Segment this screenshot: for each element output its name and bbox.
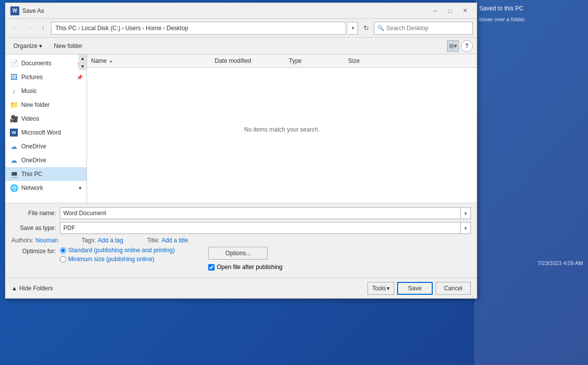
col-date-label: Date modified (215, 57, 251, 64)
sidebar-item-documents[interactable]: 📄 Documents 📌 (5, 56, 87, 70)
title-label: Title: (147, 237, 160, 244)
sidebar-item-pictures[interactable]: 🖼 Pictures 📌 (5, 70, 87, 84)
microsoft-word-icon: W (9, 128, 18, 137)
savetype-dropdown-button[interactable]: ▾ (461, 222, 471, 234)
path-users[interactable]: Users (125, 25, 140, 32)
sidebar-scroll-down-btn[interactable]: ▼ (79, 62, 87, 70)
close-button[interactable]: ✕ (458, 6, 472, 16)
toolbar-right: ⊞▾ ? (447, 40, 473, 52)
forward-button[interactable]: → (23, 22, 35, 34)
options-right-section: Options... Open file after publishing (208, 247, 282, 271)
videos-icon: 🎥 (9, 114, 18, 123)
tools-button[interactable]: Tools ▾ (367, 282, 394, 295)
sidebar-item-label-onedrive-1: OneDrive (21, 143, 46, 150)
refresh-button[interactable]: ↻ (360, 22, 372, 34)
authors-label: Authors: (11, 237, 34, 244)
sidebar-item-music[interactable]: ♪ Music (5, 84, 87, 98)
options-button-label: Options... (226, 250, 251, 257)
tags-group: Tags: Add a tag (82, 237, 123, 244)
column-header-date[interactable]: Date modified (211, 56, 285, 65)
sidebar-item-videos[interactable]: 🎥 Videos (5, 112, 87, 126)
save-as-dialog: W Save As ─ □ ✕ ← → ↑ This PC › Local Di… (5, 2, 477, 299)
documents-icon: 📄 (9, 59, 18, 68)
tags-label: Tags: (82, 237, 96, 244)
title-bar-left: W Save As (10, 6, 44, 15)
title-meta-group: Title: Add a title (147, 237, 188, 244)
open-file-label[interactable]: Open file after publishing (217, 264, 282, 271)
hide-folders-button[interactable]: ▲ Hide Folders (11, 285, 53, 292)
path-home[interactable]: Home (146, 25, 162, 32)
resize-handle[interactable]: ⌟ (471, 292, 477, 298)
minimize-button[interactable]: ─ (428, 6, 442, 16)
title-value[interactable]: Add a title (162, 237, 188, 244)
radio-group: Standard (publishing online and printing… (60, 247, 175, 263)
sidebar-item-microsoft-word[interactable]: W Microsoft Word (5, 126, 87, 139)
radio-minimum-label[interactable]: Minimum size (publishing online) (68, 256, 154, 263)
filename-row: File name: ▾ (11, 207, 471, 219)
col-type-label: Type (289, 57, 302, 64)
address-path[interactable]: This PC › Local Disk (C:) › Users › Home… (51, 22, 346, 35)
column-header-name[interactable]: Name ▲ (87, 56, 211, 65)
empty-message-text: No items match your search. (244, 126, 320, 133)
organize-button[interactable]: Organize ▾ (9, 41, 46, 51)
network-icon: 🌐 (9, 183, 18, 192)
sidebar-item-label-word: Microsoft Word (21, 129, 61, 136)
main-content-area: ▲ ▼ 📄 Documents 📌 🖼 Pictures 📌 ♪ Music (5, 54, 477, 203)
authors-group: Authors: Nouman (11, 237, 58, 244)
sidebar-item-label-this-pc: This PC (21, 171, 43, 178)
hide-folders-label: Hide Folders (19, 285, 53, 292)
pin-icon-pictures: 📌 (77, 75, 83, 80)
path-local-disk[interactable]: Local Disk (C:) (82, 25, 121, 32)
file-list-area: Name ▲ Date modified Type Size No items … (87, 54, 477, 203)
sidebar-item-this-pc[interactable]: 💻 This PC (5, 167, 87, 181)
authors-value[interactable]: Nouman (36, 237, 58, 244)
this-pc-icon: 💻 (9, 170, 18, 179)
tools-label: Tools (372, 285, 386, 292)
search-input[interactable] (386, 25, 465, 32)
cancel-button-label: Cancel (444, 285, 462, 292)
open-file-checkbox[interactable] (208, 264, 215, 271)
sidebar-scroll-up-btn[interactable]: ▲ (79, 54, 87, 62)
organize-label: Organize (13, 43, 38, 49)
info-panel: Saved to this PC hover over a folder. 7/… (474, 0, 588, 365)
radio-minimum-input[interactable] (60, 256, 66, 263)
column-header-size[interactable]: Size (344, 56, 394, 65)
address-dropdown-button[interactable]: ▾ (348, 22, 358, 35)
savetype-input[interactable] (60, 222, 461, 234)
sidebar-item-label-network: Network (21, 184, 43, 191)
metadata-row: Authors: Nouman Tags: Add a tag Title: A… (11, 237, 471, 244)
column-header-type[interactable]: Type (285, 56, 344, 65)
new-folder-button[interactable]: New folder (50, 41, 86, 51)
radio-standard-input[interactable] (60, 247, 66, 254)
sidebar-item-onedrive-1[interactable]: ☁ OneDrive (5, 139, 87, 153)
tags-value[interactable]: Add a tag (98, 237, 123, 244)
radio-standard-label[interactable]: Standard (publishing online and printing… (68, 247, 175, 254)
options-section: Optimize for: Standard (publishing onlin… (11, 247, 471, 271)
hide-folders-arrow-icon: ▲ (11, 285, 17, 292)
path-desktop[interactable]: Desktop (167, 25, 188, 32)
tools-dropdown-icon: ▾ (387, 285, 390, 292)
path-this-pc[interactable]: This PC (55, 25, 77, 32)
filename-input[interactable] (60, 207, 461, 219)
network-expand-icon: ▼ (78, 185, 83, 191)
cancel-button[interactable]: Cancel (436, 282, 471, 295)
maximize-button[interactable]: □ (443, 6, 457, 16)
search-box: 🔍 (374, 22, 473, 35)
save-button[interactable]: Save (397, 282, 432, 295)
sidebar-item-onedrive-2[interactable]: ☁ OneDrive (5, 153, 87, 167)
file-list-empty-message: No items match your search. (87, 68, 477, 191)
col-name-label: Name (91, 57, 107, 64)
options-button[interactable]: Options... (208, 247, 268, 260)
sidebar-item-network[interactable]: 🌐 Network ▼ (5, 181, 87, 195)
view-toggle-button[interactable]: ⊞▾ (447, 40, 459, 52)
sidebar-item-label-new-folder: New folder (21, 101, 49, 108)
help-button[interactable]: ? (461, 40, 473, 52)
savetype-label: Save as type: (11, 225, 56, 231)
hover-hint-text: hover over a folder. (479, 16, 583, 23)
filename-dropdown-button[interactable]: ▾ (461, 207, 471, 219)
sidebar-item-new-folder[interactable]: 📁 New folder (5, 98, 87, 112)
back-button[interactable]: ← (9, 22, 21, 34)
up-button[interactable]: ↑ (37, 22, 49, 34)
dialog-title: Save As (22, 7, 44, 14)
new-folder-sidebar-icon: 📁 (9, 100, 18, 109)
